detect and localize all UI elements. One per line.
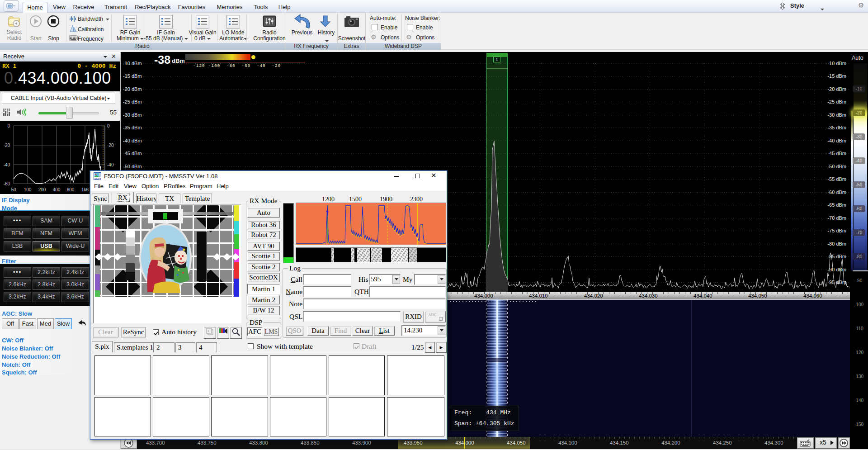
svg-text:0: 0 [107,123,110,128]
svg-text:-60: -60 [4,181,10,186]
svg-text:100: 100 [24,187,32,192]
svg-text:-40: -40 [4,162,10,167]
svg-text:0: 0 [7,123,10,128]
svg-text:1k6: 1k6 [81,187,89,192]
svg-text:800: 800 [67,187,75,192]
svg-text:-20: -20 [4,143,10,148]
svg-text:400: 400 [53,187,61,192]
svg-text:-40: -40 [107,162,114,167]
svg-text:200: 200 [38,187,46,192]
svg-text:-20: -20 [107,143,114,148]
svg-text:SSTV: SSTV [94,177,101,180]
svg-text:50: 50 [11,187,16,192]
